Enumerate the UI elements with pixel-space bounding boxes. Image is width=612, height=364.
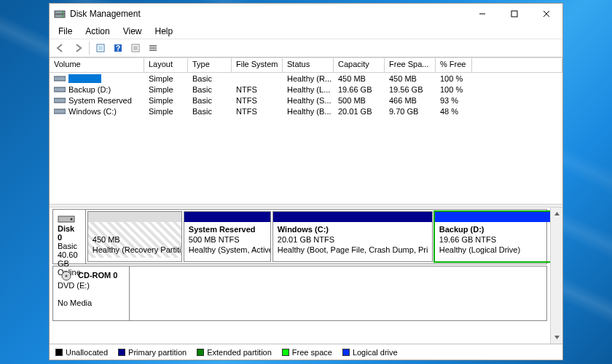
partition[interactable]: 450 MBHealthy (Recovery Partiti xyxy=(87,211,182,262)
svg-point-24 xyxy=(71,218,73,221)
legend-logical: Logical drive xyxy=(353,348,398,357)
svg-point-26 xyxy=(66,275,68,277)
menu-action[interactable]: Action xyxy=(79,25,115,38)
disk-icon xyxy=(58,214,75,224)
cdrom-icon xyxy=(58,271,75,281)
disk-0-partitions: 450 MBHealthy (Recovery PartitiSystem Re… xyxy=(86,210,550,264)
svg-point-2 xyxy=(62,12,63,13)
legend-primary: Primary partition xyxy=(128,348,187,357)
properties-button[interactable] xyxy=(128,40,144,56)
swatch-primary xyxy=(118,349,125,356)
legend-extended: Extended partition xyxy=(207,348,272,357)
volume-list-body: SimpleBasicHealthy (R...450 MB450 MB100 … xyxy=(50,73,562,116)
toolbar: ? xyxy=(50,39,562,58)
volume-icon xyxy=(54,86,66,93)
scroll-down-button[interactable] xyxy=(551,331,562,344)
menu-file[interactable]: File xyxy=(52,25,78,38)
svg-rect-17 xyxy=(149,47,157,49)
disk-row-0[interactable]: Disk 0 Basic 40.60 GB Online 450 MBHealt… xyxy=(52,209,547,264)
col-freespace[interactable]: Free Spa... xyxy=(385,58,436,72)
vertical-scrollbar[interactable] xyxy=(550,207,562,344)
list-button[interactable] xyxy=(145,40,161,56)
svg-text:?: ? xyxy=(116,44,120,52)
col-filesystem[interactable]: File System xyxy=(232,58,283,72)
disk-graph-pane: Disk 0 Basic 40.60 GB Online 450 MBHealt… xyxy=(50,207,562,344)
forward-button[interactable] xyxy=(70,40,86,56)
volume-icon xyxy=(54,97,66,104)
maximize-button[interactable] xyxy=(498,4,530,24)
partition[interactable]: System Reserved500 MB NTFSHealthy (Syste… xyxy=(184,211,271,262)
volume-list-pane: Volume Layout Type File System Status Ca… xyxy=(50,58,562,204)
minimize-button[interactable] xyxy=(466,4,498,24)
svg-rect-20 xyxy=(54,87,66,92)
app-icon xyxy=(54,8,66,20)
disk-0-type: Basic xyxy=(58,242,77,250)
svg-rect-22 xyxy=(54,109,66,114)
window-title: Disk Management xyxy=(70,9,466,19)
content: Volume Layout Type File System Status Ca… xyxy=(50,58,562,360)
legend: Unallocated Primary partition Extended p… xyxy=(50,344,562,360)
svg-rect-21 xyxy=(54,98,66,103)
disk-0-header[interactable]: Disk 0 Basic 40.60 GB Online xyxy=(53,210,86,264)
partition[interactable]: Windows (C:)20.01 GB NTFSHealthy (Boot, … xyxy=(272,211,433,262)
cdrom-label: CD-ROM 0 xyxy=(78,271,117,280)
scroll-up-button[interactable] xyxy=(551,207,562,220)
svg-rect-9 xyxy=(98,46,103,50)
swatch-extended xyxy=(197,349,204,356)
swatch-unallocated xyxy=(55,349,63,356)
legend-freespace: Free space xyxy=(292,348,332,357)
disk-management-window: Disk Management File Action View Help ? … xyxy=(49,3,563,360)
col-layout[interactable]: Layout xyxy=(144,58,188,72)
volume-icon xyxy=(54,108,66,115)
swatch-logical xyxy=(342,349,350,356)
cdrom-header[interactable]: CD-ROM 0 DVD (E:) No Media xyxy=(53,266,130,320)
col-capacity[interactable]: Capacity xyxy=(334,58,385,72)
volume-row[interactable]: SimpleBasicHealthy (R...450 MB450 MB100 … xyxy=(50,73,562,84)
disk-row-cdrom[interactable]: CD-ROM 0 DVD (E:) No Media xyxy=(52,266,547,321)
titlebar[interactable]: Disk Management xyxy=(50,4,562,24)
close-button[interactable] xyxy=(530,4,562,24)
col-rest[interactable] xyxy=(472,58,562,72)
svg-rect-18 xyxy=(149,50,157,51)
volume-list-header: Volume Layout Type File System Status Ca… xyxy=(50,58,562,73)
svg-point-3 xyxy=(62,15,63,17)
legend-unallocated: Unallocated xyxy=(66,348,108,357)
cdrom-state: No Media xyxy=(58,298,92,307)
menu-view[interactable]: View xyxy=(117,25,148,38)
refresh-button[interactable] xyxy=(93,40,109,56)
back-button[interactable] xyxy=(52,40,68,56)
svg-rect-16 xyxy=(149,45,157,47)
cdrom-sub: DVD (E:) xyxy=(58,281,90,290)
col-volume[interactable]: Volume xyxy=(50,58,144,72)
swatch-freespace xyxy=(282,349,289,356)
svg-rect-19 xyxy=(54,76,66,81)
svg-rect-5 xyxy=(511,11,517,17)
col-pctfree[interactable]: % Free xyxy=(436,58,472,72)
partition[interactable]: Backup (D:)19.66 GB NTFSHealthy (Logical… xyxy=(434,211,550,262)
disk-0-label: Disk 0 xyxy=(58,224,74,242)
volume-row[interactable]: Backup (D:)SimpleBasicNTFSHealthy (L...1… xyxy=(50,84,562,95)
volume-row[interactable]: System ReservedSimpleBasicNTFSHealthy (S… xyxy=(50,95,562,106)
cdrom-partitions xyxy=(130,266,546,320)
menubar: File Action View Help xyxy=(50,24,562,39)
col-status[interactable]: Status xyxy=(283,58,334,72)
menu-help[interactable]: Help xyxy=(149,25,179,38)
volume-row[interactable]: Windows (C:)SimpleBasicNTFSHealthy (B...… xyxy=(50,106,562,116)
help-button[interactable]: ? xyxy=(110,40,126,56)
col-type[interactable]: Type xyxy=(188,58,232,72)
volume-icon xyxy=(54,75,66,82)
